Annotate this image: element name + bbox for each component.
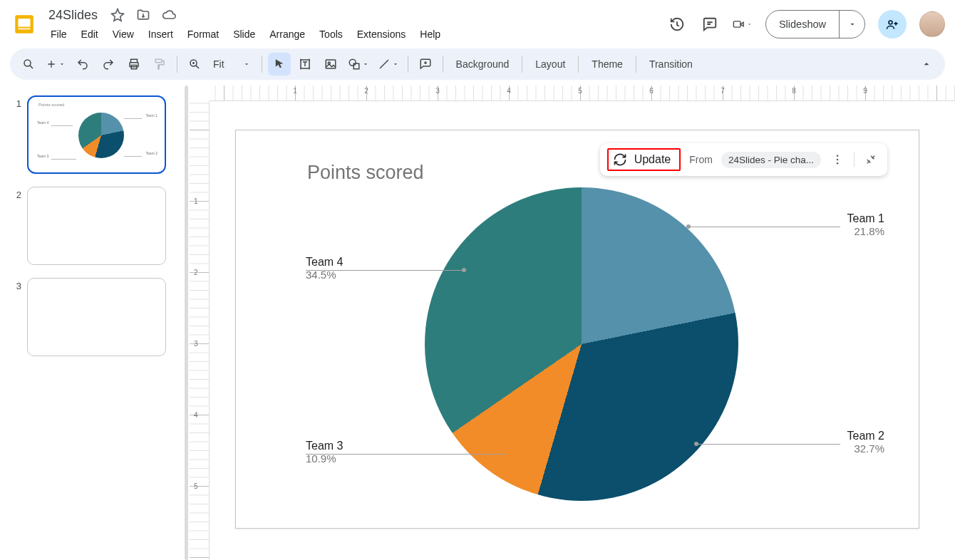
doc-title[interactable]: 24Slides bbox=[46, 6, 100, 24]
slide-thumb-2[interactable] bbox=[27, 187, 166, 265]
select-tool-icon[interactable] bbox=[268, 53, 291, 76]
chart-options-icon[interactable] bbox=[830, 153, 845, 166]
unlink-chart-icon[interactable] bbox=[863, 153, 879, 166]
print-icon[interactable] bbox=[123, 53, 145, 76]
menu-slide[interactable]: Slide bbox=[228, 26, 260, 43]
separator bbox=[854, 152, 855, 167]
chart-title: Points scored bbox=[307, 162, 424, 184]
meet-button[interactable] bbox=[733, 14, 753, 34]
canvas-area: 1 2 3 4 5 6 7 8 9 1 2 3 4 5 Points score… bbox=[190, 85, 955, 560]
menu-edit[interactable]: Edit bbox=[76, 26, 103, 43]
svg-rect-8 bbox=[155, 59, 162, 63]
textbox-icon[interactable] bbox=[294, 53, 316, 76]
svg-rect-2 bbox=[19, 28, 31, 30]
menu-tools[interactable]: Tools bbox=[314, 26, 348, 43]
slide-number: 3 bbox=[10, 278, 21, 291]
separator bbox=[262, 56, 262, 73]
star-icon[interactable] bbox=[109, 6, 126, 24]
comments-icon[interactable] bbox=[700, 14, 720, 34]
menu-file[interactable]: File bbox=[46, 26, 72, 43]
menu-extensions[interactable]: Extensions bbox=[352, 26, 411, 43]
slideshow-button[interactable]: Slideshow bbox=[766, 11, 839, 38]
svg-point-15 bbox=[837, 155, 839, 157]
horizontal-ruler: 1 2 3 4 5 6 7 8 9 bbox=[210, 85, 955, 101]
slide-number: 1 bbox=[10, 95, 21, 109]
move-to-folder-icon[interactable] bbox=[135, 6, 152, 24]
toolbar: Fit Background Layout Theme Transition bbox=[10, 48, 945, 80]
share-button[interactable] bbox=[878, 10, 907, 38]
panel-splitter[interactable] bbox=[184, 85, 190, 560]
collapse-toolbar-icon[interactable] bbox=[915, 53, 938, 76]
zoom-label: Fit bbox=[213, 58, 224, 70]
linked-chart-toolbar: Update From 24Slides - Pie cha... bbox=[600, 143, 887, 176]
line-icon[interactable] bbox=[375, 53, 402, 76]
menu-arrange[interactable]: Arrange bbox=[264, 26, 310, 43]
menu-help[interactable]: Help bbox=[415, 26, 445, 43]
history-icon[interactable] bbox=[667, 14, 687, 34]
menu-bar: File Edit View Insert Format Slide Arran… bbox=[46, 26, 445, 43]
svg-point-17 bbox=[837, 162, 839, 165]
paint-format-icon[interactable] bbox=[148, 53, 171, 76]
slideshow-group: Slideshow bbox=[765, 10, 865, 38]
menu-insert[interactable]: Insert bbox=[143, 26, 178, 43]
svg-rect-11 bbox=[326, 60, 336, 68]
app-icon[interactable] bbox=[10, 10, 38, 38]
slide-panel: 1 Points scored Team 1 Team 4 Team 2 Tea… bbox=[0, 85, 184, 560]
separator bbox=[443, 56, 443, 73]
svg-rect-1 bbox=[19, 19, 31, 26]
menu-view[interactable]: View bbox=[108, 26, 139, 43]
leader-line bbox=[687, 227, 840, 227]
background-button[interactable]: Background bbox=[449, 53, 517, 76]
leader-line bbox=[694, 444, 840, 445]
leader-dot bbox=[686, 224, 691, 229]
cloud-status-icon[interactable] bbox=[160, 6, 177, 24]
from-label: From bbox=[689, 154, 713, 165]
slice-label-team1: Team 1 21.8% bbox=[847, 212, 884, 237]
slide-canvas[interactable]: Points scored Update From 24Slides - Pie… bbox=[235, 130, 919, 529]
separator bbox=[177, 56, 177, 73]
slideshow-dropdown[interactable] bbox=[839, 11, 864, 38]
chart-source-chip[interactable]: 24Slides - Pie cha... bbox=[721, 152, 821, 168]
svg-rect-14 bbox=[353, 63, 359, 69]
new-slide-button[interactable] bbox=[43, 53, 68, 76]
slice-label-team3: Team 3 10.9% bbox=[306, 440, 343, 465]
zoom-icon[interactable] bbox=[183, 53, 206, 76]
leader-line bbox=[306, 454, 505, 455]
svg-point-5 bbox=[24, 60, 31, 66]
update-label: Update bbox=[634, 153, 671, 166]
theme-button[interactable]: Theme bbox=[584, 53, 630, 76]
slide-thumb-1[interactable]: Points scored Team 1 Team 4 Team 2 Team … bbox=[27, 95, 166, 174]
svg-point-13 bbox=[349, 59, 356, 66]
transition-button[interactable]: Transition bbox=[642, 53, 700, 76]
layout-button[interactable]: Layout bbox=[528, 53, 572, 76]
slide-thumb-3[interactable] bbox=[27, 278, 166, 356]
svg-point-4 bbox=[889, 21, 892, 24]
leader-line bbox=[306, 270, 464, 271]
slice-label-team4: Team 4 34.5% bbox=[306, 256, 343, 281]
thumb-pie-icon bbox=[78, 113, 124, 158]
separator bbox=[636, 56, 636, 73]
shape-icon[interactable] bbox=[345, 53, 372, 76]
comment-add-icon[interactable] bbox=[414, 53, 437, 76]
vertical-ruler: 1 2 3 4 5 bbox=[190, 101, 210, 560]
menu-format[interactable]: Format bbox=[182, 26, 224, 43]
leader-dot bbox=[694, 442, 698, 446]
account-avatar[interactable] bbox=[919, 11, 945, 37]
redo-icon[interactable] bbox=[97, 53, 120, 76]
separator bbox=[408, 56, 408, 73]
svg-point-16 bbox=[837, 159, 839, 161]
separator bbox=[522, 56, 522, 73]
search-menus-icon[interactable] bbox=[17, 53, 40, 76]
thumb-chart-title: Points scored bbox=[38, 103, 64, 107]
leader-dot bbox=[462, 268, 466, 272]
image-icon[interactable] bbox=[319, 53, 342, 76]
undo-icon[interactable] bbox=[71, 53, 94, 76]
slide-number: 2 bbox=[10, 187, 21, 200]
separator bbox=[578, 56, 579, 73]
zoom-select[interactable]: Fit bbox=[209, 53, 256, 76]
slice-label-team2: Team 2 32.7% bbox=[847, 430, 884, 455]
update-chart-button[interactable]: Update bbox=[607, 148, 681, 171]
svg-rect-3 bbox=[733, 21, 740, 27]
